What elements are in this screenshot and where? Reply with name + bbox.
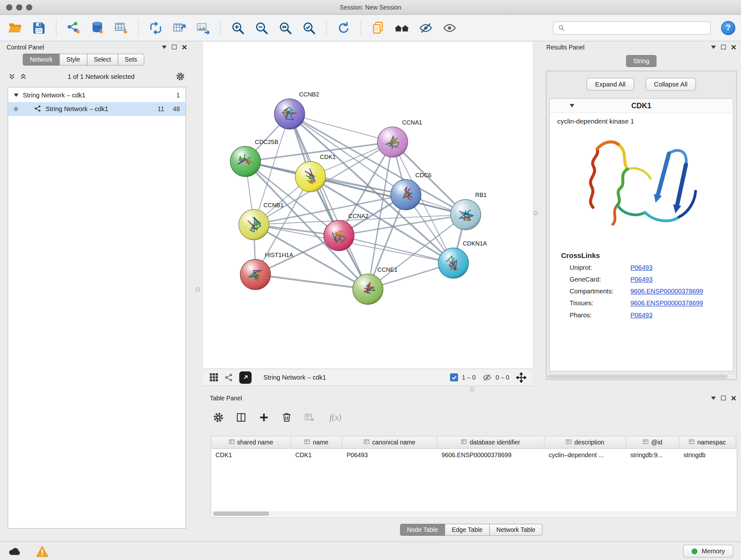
node-CCNA1[interactable]: CCNA1 — [378, 119, 422, 158]
crosslink-uniprot[interactable]: P06493 — [630, 264, 652, 271]
warning-icon[interactable] — [36, 545, 49, 557]
import-network-from-file-button[interactable] — [64, 18, 83, 38]
panel-menu-icon[interactable] — [711, 45, 716, 49]
node-label-CCNB2: CCNB2 — [299, 91, 319, 98]
column-header-canonical-name[interactable]: canonical name — [342, 436, 437, 448]
column-header-namespac[interactable]: namespac — [679, 436, 736, 448]
splitter-handle[interactable] — [534, 211, 538, 215]
tab-sets[interactable]: Sets — [118, 54, 144, 65]
panel-close-icon[interactable] — [182, 44, 187, 50]
node-RB1[interactable]: RB1 — [451, 192, 487, 230]
edge-CCNA2-CDKN1A[interactable] — [339, 236, 453, 263]
tab-style[interactable]: Style — [59, 54, 87, 65]
crosslink-tissues[interactable]: 9606.ENSP00000378699 — [630, 300, 703, 307]
help-glyph: ? — [726, 23, 731, 33]
expand-all-icon[interactable] — [20, 73, 26, 80]
maximize-window-button[interactable] — [26, 4, 32, 10]
export-image-button[interactable] — [194, 18, 213, 38]
status-bar: Memory — [0, 542, 741, 560]
zoom-out-button[interactable] — [252, 18, 271, 38]
minimize-window-button[interactable] — [16, 4, 22, 10]
panel-close-icon[interactable] — [731, 395, 736, 400]
panel-close-icon[interactable] — [731, 44, 736, 50]
refresh-view-button[interactable] — [334, 18, 353, 38]
crosslink-compartments[interactable]: 9606.ENSP00000378699 — [630, 288, 703, 295]
pan-crosshair-icon[interactable] — [516, 372, 527, 382]
column-header-name[interactable]: name — [291, 436, 342, 448]
tab-edge-table[interactable]: Edge Table — [445, 524, 489, 536]
export-table-button[interactable] — [170, 18, 189, 38]
network-layout-button[interactable] — [146, 18, 165, 38]
collapse-card-icon[interactable] — [569, 104, 575, 107]
panel-menu-icon[interactable] — [162, 45, 166, 49]
zoom-selected-button[interactable] — [300, 18, 319, 38]
results-tab-string[interactable]: String — [626, 55, 657, 67]
search-box[interactable] — [553, 21, 711, 35]
grid-view-icon[interactable] — [209, 373, 218, 382]
crosslink-genecard[interactable]: P06493 — [630, 276, 652, 283]
add-column-plus-icon[interactable] — [258, 412, 270, 423]
tab-node-table[interactable]: Node Table — [400, 524, 445, 536]
memory-button[interactable]: Memory — [683, 545, 733, 557]
node-CDKN1A[interactable]: CDKN1A — [438, 240, 487, 278]
network-canvas[interactable]: CCNB2CCNA1CDC25BCDK1CDC6RB1CCNB1CCNA2CDK… — [203, 42, 533, 368]
network-tree-row[interactable]: String Network – cdk11 — [8, 88, 185, 102]
network-tree-row[interactable]: String Network – cdk11148 — [8, 102, 185, 116]
save-session-button[interactable] — [29, 18, 48, 38]
tab-select[interactable]: Select — [87, 54, 118, 65]
table-horizontal-scrollbar[interactable] — [212, 511, 736, 516]
import-table-from-file-button[interactable] — [112, 18, 131, 38]
edge-CCNB2-CCNE1[interactable] — [289, 114, 367, 289]
table-settings-gear-icon[interactable] — [212, 412, 224, 423]
close-window-button[interactable] — [6, 4, 12, 10]
collapse-all-button[interactable]: Collapse All — [645, 78, 696, 91]
copy-button[interactable] — [369, 18, 388, 38]
hide-selected-button[interactable] — [416, 18, 435, 38]
panel-menu-icon[interactable] — [711, 396, 716, 399]
home-button[interactable] — [393, 18, 412, 38]
column-header-database-identifier[interactable]: database identifier — [437, 436, 544, 448]
edge-HIST1H1A-CCNE1[interactable] — [255, 274, 368, 289]
expand-all-button[interactable]: Expand All — [587, 78, 634, 91]
function-builder-icon[interactable]: f(x) — [329, 413, 341, 422]
zoom-in-button[interactable] — [228, 18, 247, 38]
scrollbar-thumb[interactable] — [547, 375, 728, 379]
delete-trash-icon[interactable] — [281, 412, 293, 423]
results-horizontal-scrollbar[interactable] — [547, 375, 735, 379]
gear-icon[interactable] — [176, 72, 185, 81]
network-name-label: String Network – cdk1 — [46, 105, 108, 112]
search-input[interactable] — [568, 24, 706, 31]
tab-network[interactable]: Network — [23, 54, 60, 65]
help-button[interactable]: ? — [721, 21, 736, 35]
zoom-fit-button[interactable] — [276, 18, 295, 38]
column-header-description[interactable]: description — [544, 436, 626, 448]
node-CCNB2[interactable]: CCNB2 — [274, 91, 319, 129]
splitter-handle[interactable] — [470, 387, 474, 391]
import-network-from-database-button[interactable] — [88, 18, 107, 38]
hidden-eye-slash-icon[interactable] — [482, 373, 492, 382]
network-overview-icon[interactable] — [225, 373, 233, 381]
cloud-icon[interactable] — [8, 546, 22, 557]
open-session-button[interactable] — [6, 18, 25, 38]
tab-network-table[interactable]: Network Table — [489, 524, 542, 536]
collapse-all-icon[interactable] — [9, 73, 15, 80]
panel-float-icon[interactable] — [172, 45, 177, 50]
table-row[interactable]: CDK1CDK1P064939606.ENSP00000378699cyclin… — [211, 449, 737, 461]
node-HIST1H1A[interactable]: HIST1H1A — [240, 252, 293, 290]
node-selection-checkbox[interactable] — [450, 373, 458, 381]
crosslink-pharos[interactable]: P06493 — [630, 312, 652, 319]
collapse-tree-icon[interactable] — [14, 94, 18, 97]
panel-float-icon[interactable] — [721, 395, 726, 400]
column-header-id[interactable]: @id — [626, 436, 679, 448]
panel-float-icon[interactable] — [721, 45, 726, 50]
node-CDK1[interactable]: CDK1 — [295, 153, 336, 192]
protein-card-header[interactable]: CDK1 — [550, 99, 733, 113]
network-selection-summary: 1 of 1 Network selected — [31, 73, 171, 80]
scrollbar-thumb[interactable] — [213, 511, 269, 516]
splitter-handle[interactable] — [196, 287, 200, 292]
insert-column-icon[interactable] — [235, 412, 247, 423]
show-all-button[interactable] — [440, 18, 459, 38]
network-graph[interactable]: CCNB2CCNA1CDC25BCDK1CDC6RB1CCNB1CCNA2CDK… — [203, 42, 533, 368]
open-in-window-button[interactable] — [239, 371, 252, 383]
column-header-shared-name[interactable]: shared name — [211, 436, 291, 448]
